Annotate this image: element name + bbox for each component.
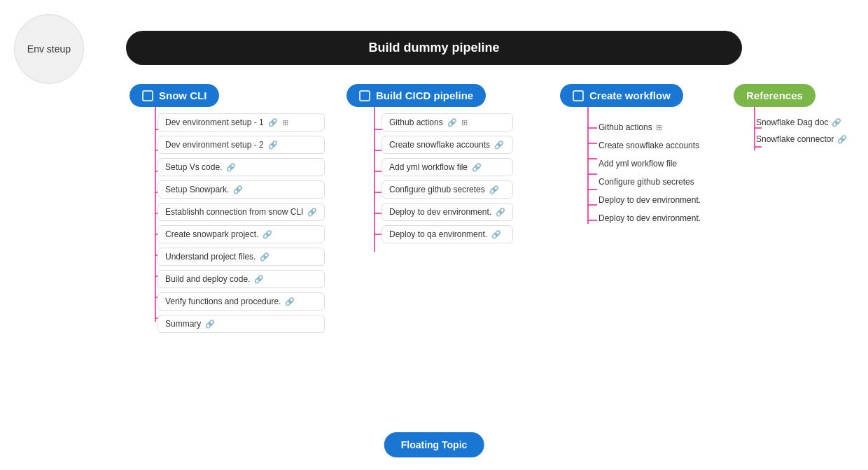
link-icon[interactable]: 🔗 — [260, 252, 270, 262]
list-item: Deploy to dev environment. — [598, 194, 701, 206]
list-item[interactable]: Setup Vs code. 🔗 — [158, 158, 325, 176]
snow-cli-checkbox — [142, 90, 153, 101]
link-icon[interactable]: 🔗 — [226, 163, 236, 172]
link-icon[interactable]: 🔗 — [268, 118, 278, 127]
link-icon[interactable]: 🔗 — [262, 230, 272, 239]
main-title: Build dummy pipeline — [126, 31, 742, 65]
list-item[interactable]: Deploy to qa environment. 🔗 — [382, 225, 513, 243]
item-text: Deploy to dev environment. — [389, 207, 491, 217]
grid-icon: ⊞ — [656, 123, 662, 132]
list-item[interactable]: Dev environment setup - 2 🔗 — [158, 136, 325, 154]
snow-cli-items: Dev environment setup - 1 🔗 ⊞ Dev enviro… — [158, 113, 325, 333]
link-icon[interactable]: 🔗 — [489, 185, 499, 194]
list-item: Add yml workflow file — [598, 157, 701, 170]
item-text: Github actions — [598, 122, 652, 132]
list-item[interactable]: Establishh connection from snow CLI 🔗 — [158, 203, 325, 221]
item-text: Dev environment setup - 1 — [165, 118, 264, 127]
item-text: Create snowflake accounts — [389, 140, 490, 150]
item-text: Build and deploy code. — [165, 274, 250, 284]
link-icon[interactable]: 🔗 — [496, 208, 505, 217]
item-text: Setup Vs code. — [165, 162, 222, 172]
snow-cli-label: Snow CLI — [159, 90, 206, 101]
create-workflow-items: Github actions ⊞ Create snowflake accoun… — [598, 121, 701, 225]
create-workflow-label: Create workflow — [589, 90, 671, 101]
link-icon[interactable]: 🔗 — [491, 230, 501, 239]
list-item: Create snowflake accounts — [598, 139, 701, 152]
list-item[interactable]: Build and deploy code. 🔗 — [158, 270, 325, 288]
link-icon[interactable]: 🔗 — [472, 163, 482, 172]
grid-icon[interactable]: ⊞ — [282, 118, 288, 127]
list-item[interactable]: Snowflake Dag doc 🔗 — [756, 118, 847, 127]
cicd-label: Build CICD pipeline — [376, 90, 473, 101]
link-icon[interactable]: 🔗 — [254, 275, 264, 284]
link-icon[interactable]: 🔗 — [837, 135, 847, 144]
link-icon[interactable]: 🔗 — [494, 141, 504, 150]
list-item[interactable]: Configure github secretes 🔗 — [382, 180, 513, 199]
list-item[interactable]: Verify functions and procedure. 🔗 — [158, 292, 325, 311]
cicd-header[interactable]: Build CICD pipeline — [346, 84, 486, 107]
grid-icon[interactable]: ⊞ — [461, 118, 468, 127]
references-header[interactable]: References — [734, 84, 816, 107]
list-item[interactable]: Create snowpark project. 🔗 — [158, 225, 325, 243]
snow-cli-header[interactable]: Snow CLI — [130, 84, 219, 107]
list-item[interactable]: Dev environment setup - 1 🔗 ⊞ — [158, 113, 325, 131]
item-text: Snowflake connector — [756, 134, 834, 144]
item-text: Github actions — [389, 118, 443, 127]
list-item[interactable]: Snowflake connector 🔗 — [756, 134, 847, 144]
list-item: Configure github secretes — [598, 176, 701, 188]
link-icon[interactable]: 🔗 — [832, 118, 841, 127]
item-text: Establishh connection from snow CLI — [165, 207, 303, 217]
list-item[interactable]: Deploy to dev environment. 🔗 — [382, 203, 513, 221]
item-text: Dev environment setup - 2 — [165, 140, 264, 150]
link-icon[interactable]: 🔗 — [268, 141, 278, 150]
link-icon[interactable]: 🔗 — [285, 297, 295, 306]
list-item[interactable]: Github actions 🔗 ⊞ — [382, 113, 513, 131]
item-text: Verify functions and procedure. — [165, 297, 281, 306]
link-icon[interactable]: 🔗 — [307, 208, 317, 217]
create-workflow-checkbox — [573, 90, 584, 101]
env-label: Env steup — [14, 14, 84, 84]
list-item[interactable]: Understand project files. 🔗 — [158, 248, 325, 266]
cicd-items: Github actions 🔗 ⊞ Create snowflake acco… — [382, 113, 513, 243]
item-text: Create snowpark project. — [165, 229, 258, 239]
item-text: Understand project files. — [165, 252, 255, 262]
list-item[interactable]: Summary 🔗 — [158, 315, 325, 333]
item-text: Configure github secretes — [389, 185, 485, 194]
link-icon[interactable]: 🔗 — [233, 185, 243, 194]
item-text: Snowflake Dag doc — [756, 118, 828, 127]
item-text: Summary — [165, 319, 201, 329]
create-workflow-header[interactable]: Create workflow — [560, 84, 683, 107]
floating-topic-button[interactable]: Floating Topic — [384, 432, 484, 457]
cicd-checkbox — [359, 90, 370, 101]
link-icon[interactable]: 🔗 — [205, 320, 215, 329]
references-label: References — [746, 90, 803, 101]
link-icon[interactable]: 🔗 — [447, 118, 457, 127]
list-item[interactable]: Create snowflake accounts 🔗 — [382, 136, 513, 154]
references-items: Snowflake Dag doc 🔗 Snowflake connector … — [756, 118, 847, 144]
list-item[interactable]: Setup Snowpark. 🔗 — [158, 180, 325, 199]
list-item: Github actions ⊞ — [598, 121, 701, 134]
list-item: Deploy to dev environment. — [598, 212, 701, 225]
list-item[interactable]: Add yml workflow file 🔗 — [382, 158, 513, 176]
item-text: Deploy to qa environment. — [389, 229, 487, 239]
item-text: Setup Snowpark. — [165, 185, 229, 194]
item-text: Add yml workflow file — [389, 162, 468, 172]
